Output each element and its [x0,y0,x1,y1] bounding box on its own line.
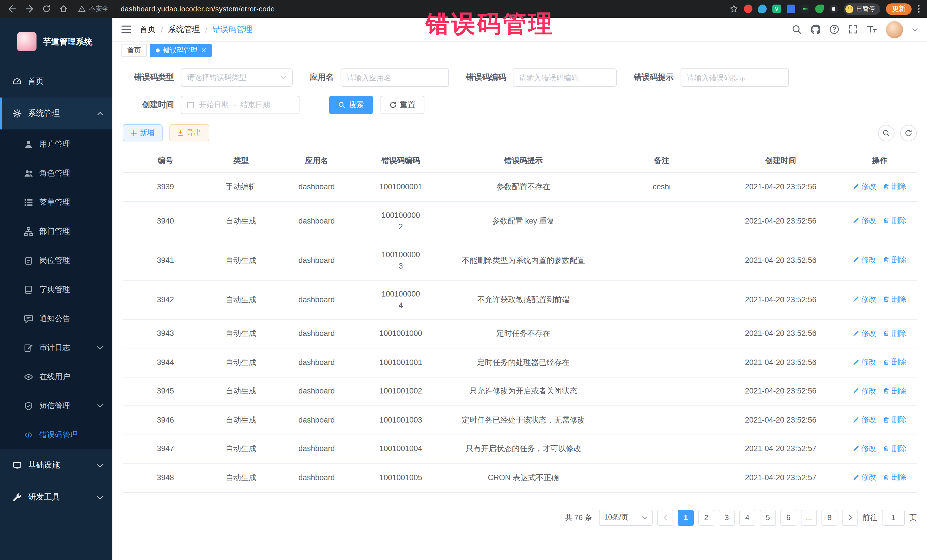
edit-link[interactable]: 修改 [853,414,876,425]
blue-grid-extension-icon[interactable] [787,5,795,13]
date-range-picker[interactable]: 开始日期 - 结束日期 [181,96,299,114]
edit-link[interactable]: 修改 [853,328,876,339]
sidebar-item-dict[interactable]: 字典管理 [0,275,112,304]
question-icon[interactable] [830,24,839,34]
edit-link[interactable]: 修改 [853,294,876,305]
sidebar-item-notice[interactable]: 通知公告 [0,304,112,333]
page-size-select[interactable]: 10条/页 [599,510,653,525]
breadcrumb-home[interactable]: 首页 [140,24,156,35]
next-page-button[interactable] [842,510,858,525]
delete-link[interactable]: 删除 [883,294,906,305]
page-button-6[interactable]: 6 [780,510,796,525]
back-icon[interactable] [8,5,17,13]
breadcrumb-system[interactable]: 系统管理 [168,24,200,35]
sidebar-item-online-user[interactable]: 在线用户 [0,362,112,391]
github-icon[interactable] [811,24,820,34]
forward-icon[interactable] [25,5,33,13]
page-button-8[interactable]: 8 [821,510,837,525]
close-icon[interactable] [201,48,206,52]
edit-link[interactable]: 修改 [853,385,876,397]
delete-link[interactable]: 删除 [883,328,906,339]
sidebar-item-dept[interactable]: 部门管理 [0,217,112,246]
edit-link[interactable]: 修改 [853,357,876,368]
page-button-3[interactable]: 3 [719,510,735,525]
tab-error-code[interactable]: 错误码管理 [150,44,212,57]
delete-link[interactable]: 删除 [883,443,906,454]
blue-drop-extension-icon[interactable] [758,5,767,13]
error-code-input[interactable] [513,68,617,87]
edit-log-icon [24,343,33,352]
browser-update-button[interactable]: 更新 [886,3,912,15]
sidebar-item-role[interactable]: 角色管理 [0,159,112,188]
red-dot-extension-icon[interactable] [744,5,752,13]
refresh-icon[interactable] [900,124,917,141]
add-button[interactable]: 新增 [123,124,163,141]
font-size-icon[interactable] [867,24,877,34]
menu-list-icon [24,197,33,207]
cell-created: 2021-04-20 23:52:56 [719,241,843,280]
sidebar-item-devtools[interactable]: 研发工具 [0,481,112,513]
delete-link[interactable]: 删除 [883,414,906,425]
chevron-down-icon[interactable] [912,28,918,31]
reload-icon[interactable] [42,5,51,13]
browser-right-cluster: V on 已暂停 更新 [729,3,920,15]
cell-code: 1001001005 [359,463,442,492]
hamburger-icon[interactable] [122,25,131,33]
security-chip[interactable]: 不安全 [78,5,109,13]
cell-app: dashboard [274,348,359,377]
edit-link[interactable]: 修改 [853,472,876,483]
avatar[interactable] [886,21,903,38]
sidebar-item-error-code[interactable]: 错误码管理 [0,420,112,449]
goto-page-input[interactable] [882,510,905,525]
cell-app: dashboard [274,280,359,319]
error-message-input[interactable] [681,68,789,87]
user-icon [24,140,33,149]
page-button-5[interactable]: 5 [760,510,776,525]
delete-link[interactable]: 删除 [883,385,906,397]
sidebar-item-audit-log[interactable]: 审计日志 [0,333,112,362]
address-bar-url[interactable]: dashboard.yudao.iocoder.cn/system/error-… [121,5,275,13]
delete-link[interactable]: 删除 [883,181,906,192]
sidebar-item-sms[interactable]: 短信管理 [0,391,112,420]
leaf-extension-icon[interactable] [815,5,824,13]
page-button-4[interactable]: 4 [739,510,755,525]
fullscreen-icon[interactable] [848,24,858,34]
sidebar-item-home[interactable]: 首页 [0,65,112,97]
delete-link[interactable]: 删除 [883,215,906,226]
search-icon[interactable] [792,24,801,34]
sidebar-item-menu[interactable]: 菜单管理 [0,188,112,217]
edit-link[interactable]: 修改 [853,181,876,192]
edit-link[interactable]: 修改 [853,254,876,266]
delete-link[interactable]: 删除 [883,472,906,483]
sidebar-item-system[interactable]: 系统管理 [0,97,112,129]
export-button[interactable]: 导出 [169,124,209,141]
app-name-input[interactable] [340,68,449,87]
tab-home[interactable]: 首页 [122,44,147,57]
reset-button[interactable]: 重置 [380,96,424,114]
warning-icon [78,5,85,12]
prev-page-button[interactable] [657,510,673,525]
home-icon[interactable] [59,5,68,13]
vue-devtools-extension-icon[interactable]: V [772,5,781,13]
edit-link[interactable]: 修改 [853,215,876,226]
cell-type: 自动生成 [208,377,274,406]
page-button-1[interactable]: 1 [678,510,694,525]
sidebar-item-post[interactable]: 岗位管理 [0,246,112,275]
page-more-button[interactable]: ... [801,510,817,525]
error-type-select[interactable]: 请选择错误码类型 [181,68,293,87]
sidebar-item-infra[interactable]: 基础设施 [0,449,112,481]
paused-profile-badge[interactable]: 已暂停 [844,3,880,15]
app-logo[interactable]: 芋道管理系统 [0,18,112,65]
cell-code: 1001001002 [359,377,442,406]
toggle-search-icon[interactable] [878,124,895,141]
edit-link[interactable]: 修改 [853,443,876,454]
pin-extension-icon[interactable] [830,5,838,13]
sidebar-item-user[interactable]: 用户管理 [0,129,112,159]
bookmark-star-icon[interactable] [729,5,738,13]
on-switch-extension-icon[interactable]: on [801,5,810,13]
search-button[interactable]: 搜索 [329,96,373,114]
page-button-2[interactable]: 2 [698,510,714,525]
delete-link[interactable]: 删除 [883,254,906,266]
delete-link[interactable]: 删除 [883,357,906,368]
kebab-menu-icon[interactable] [917,5,920,13]
